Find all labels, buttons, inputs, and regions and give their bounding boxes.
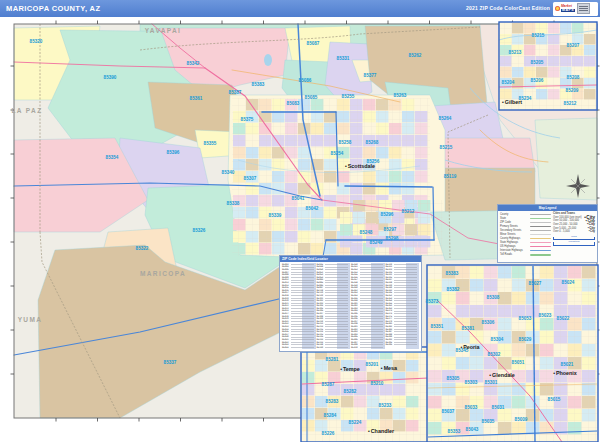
header-bar: MARICOPA COUNTY, AZ 2021 ZIP Code ColorC…	[0, 0, 600, 17]
legend-row: Toll Roads	[500, 253, 551, 257]
zip-index-table: ZIP Code Index/Grid Locator 850038500485…	[279, 255, 422, 352]
zip-index-column: 8500385004850068500785008850098501285013…	[282, 263, 316, 349]
inset-gilbert	[499, 22, 597, 110]
zip-index-row: 85044	[282, 346, 316, 349]
zip-index-row: 85396	[386, 343, 420, 346]
zip-index-column: 8504585048850508505185053850548508385085…	[317, 263, 351, 349]
legend-box: Map Legend CountyStateZIP CodePrimary St…	[497, 204, 598, 263]
legend-scalebars: MilesKilometers	[553, 235, 595, 246]
zip-index-column: 8525085251852538525485255852568525785258…	[351, 263, 385, 349]
logo-sun-icon	[555, 6, 560, 11]
inset-phoenix	[427, 265, 598, 442]
logo-maps-text: MAPS	[561, 9, 575, 12]
zip-index-column: 8532085322853238532685331853358533785338…	[386, 263, 420, 349]
inset-tempe	[301, 347, 428, 442]
zip-index-row: 85310	[351, 346, 385, 349]
legend-line-samples: CountyStateZIP CodePrimary StreetsSecond…	[500, 212, 551, 257]
logo-fineprint	[577, 3, 590, 14]
legend-city-row: Over 0 - 5,000City	[553, 230, 595, 234]
zip-index-row: 85249	[317, 346, 351, 349]
edition-label: 2021 ZIP Code ColorCast Edition	[466, 5, 550, 11]
scalebar: Kilometers	[553, 240, 595, 246]
legend-city-classes: Over 100,000 (see inset)CityOver 50,000 …	[553, 216, 595, 234]
brand-logo: Market MAPS	[553, 2, 598, 16]
page-title: MARICOPA COUNTY, AZ	[6, 4, 100, 13]
map-poster: MARICOPA COUNTY, AZ 2021 ZIP Code ColorC…	[0, 0, 600, 442]
